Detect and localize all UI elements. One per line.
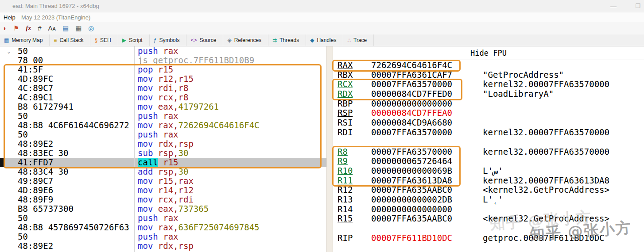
disasm-row[interactable]: 4D:89E6mov r14,r12 [0, 186, 326, 195]
bookmark-icon[interactable]: ⚑ [13, 24, 19, 33]
register-value: 00000000000002DB [371, 195, 483, 205]
disassembly-rows: ⌄50push rax78 00js getproc.7FF611BD10B94… [0, 46, 326, 251]
register-row[interactable]: R10000000000000069BL'س' [333, 166, 644, 176]
tab-handles[interactable]: ◆Handles [306, 34, 343, 46]
disasm-row[interactable]: 49:89C7mov r15,rax [0, 176, 326, 186]
register-row[interactable]: RIP00007FF611BD10DCgetproc.00007FF611BD1… [333, 233, 644, 243]
register-row[interactable]: RBP0000000000000000 [333, 99, 644, 109]
memory-layout-icon[interactable]: ▤ [62, 24, 69, 33]
hide-fpu-button[interactable]: Hide FPU [333, 46, 644, 60]
register-row[interactable]: R800007FFA63570000kernel32.00007FFA63570… [333, 147, 644, 157]
register-row[interactable]: RDI00007FFA63570000kernel32.00007FFA6357… [333, 128, 644, 137]
tab-call-stack[interactable]: ≡Call Stack [50, 34, 90, 46]
disasm-gutter [0, 186, 18, 195]
tab-threads[interactable]: ⇉Threads [268, 34, 306, 46]
disasm-bytes: B8 65737300 [18, 204, 134, 214]
disasm-row[interactable]: 48:89E2mov rdx,rsp [0, 241, 326, 251]
register-row[interactable]: RAX7262694C64616F4C [333, 61, 644, 70]
register-row[interactable]: RBX00007FFA6361CAF7"GetProcAddress" [333, 70, 644, 80]
disasm-bytes: 4D:89E6 [18, 186, 134, 195]
disasm-row[interactable]: 4D:89FCmov r12,r15 [0, 74, 326, 84]
disasm-row[interactable]: 50push rax [0, 232, 326, 241]
instr-token: 7262694C64616F4C [178, 121, 260, 130]
disasm-row[interactable]: 78 00js getproc.7FF611BD10B9 [0, 56, 326, 65]
tab-label: Source [199, 37, 216, 43]
disasm-row[interactable]: 48:83C4 30add rsp,30 [0, 167, 326, 176]
source-icon: <> [190, 37, 197, 43]
hash-icon[interactable]: # [38, 24, 41, 33]
register-value: 00007FFA6361CAF7 [371, 70, 483, 80]
disasm-row[interactable]: 48:83EC 30sub rsp,30 [0, 149, 326, 158]
disasm-row[interactable]: 48:89E2mov rdx,rsp [0, 139, 326, 149]
disasm-gutter [0, 149, 18, 158]
disasm-row[interactable]: 41:5Fpop r15 [0, 65, 326, 74]
disasm-instruction: push rax [134, 130, 326, 139]
register-comment: kernel32.00007FFA63570000 [483, 80, 644, 89]
register-row[interactable]: R90000000065726464 [333, 157, 644, 166]
disasm-row[interactable]: ⌄50push rax [0, 46, 326, 56]
disasm-bytes: 4C:89C7 [18, 84, 134, 93]
register-comment [483, 205, 644, 214]
disasm-instruction: add rsp,30 [134, 167, 326, 176]
register-name: RSI [338, 118, 371, 128]
tab-trace[interactable]: ∴Trace [343, 34, 374, 46]
instr-token: rax, [153, 223, 178, 232]
instr-token: mov [138, 84, 153, 93]
instr-token: mov [138, 102, 153, 111]
disasm-row[interactable]: B8 65737300mov eax,737365 [0, 204, 326, 214]
register-row[interactable]: R1500007FFA635AABC0<kernel32.GetProcAddr… [333, 214, 644, 224]
disasm-bytes: 50 [18, 232, 134, 241]
instr-token: push [138, 214, 158, 223]
register-row[interactable]: R1300000000000002DBL'˛' [333, 195, 644, 205]
disasm-bytes: 50 [18, 111, 134, 121]
disasm-row[interactable]: 4C:89C1mov rcx,r8 [0, 93, 326, 102]
disasm-instruction: mov r14,r12 [134, 186, 326, 195]
disasm-row[interactable]: 48:B8 4C6F61644C696272mov rax,7262694C64… [0, 121, 326, 130]
register-row[interactable]: RCX00007FFA63570000kernel32.00007FFA6357… [333, 80, 644, 89]
disasm-row[interactable]: 48:89F9mov rcx,rdi [0, 195, 326, 204]
disasm-bytes: 48:89E2 [18, 241, 134, 251]
disasm-row[interactable]: 50push rax [0, 214, 326, 223]
disasm-row[interactable]: 48:B8 4578697450726F63mov rax,636F725074… [0, 223, 326, 232]
minimize-button[interactable]: — [606, 1, 621, 11]
register-row[interactable]: R1100007FFA63613DA8kernel32.00007FFA6361… [333, 176, 644, 186]
instr-token: rdi,r8 [153, 84, 188, 93]
register-row[interactable]: RSP00000084CD7FFEA0 [333, 108, 644, 118]
disasm-bytes: 48:83EC 30 [18, 149, 134, 158]
tab-memory-map[interactable]: ▦Memory Map [0, 34, 50, 46]
disasm-bytes: B8 61727941 [18, 102, 134, 111]
tab-script[interactable]: ▶Script [118, 34, 150, 46]
disasm-row[interactable]: 4C:89C7mov rdi,r8 [0, 84, 326, 93]
disasm-gutter [0, 102, 18, 111]
disasm-row[interactable]: 50push rax [0, 130, 326, 139]
tab-source[interactable]: <>Source [186, 34, 223, 46]
search-icon[interactable]: ◎ [88, 24, 94, 33]
register-comment [483, 118, 644, 128]
register-row[interactable]: R140000000000000000 [333, 205, 644, 214]
disasm-bytes: 48:89E2 [18, 139, 134, 149]
font-size-icon[interactable]: Aᴀ [48, 24, 56, 33]
tab-seh[interactable]: §SEH [90, 34, 118, 46]
menu-item-help[interactable]: Help [4, 14, 16, 21]
tab-references[interactable]: ◈References [223, 34, 268, 46]
instr-token: eax, [153, 204, 178, 214]
window-title: ead: Main Thread 16972 - x64dbg [12, 3, 99, 9]
register-row[interactable]: R1200007FFA635AABC0<kernel32.GetProcAddr… [333, 185, 644, 195]
disassembly-scrollbar[interactable] [326, 46, 333, 252]
disasm-gutter [0, 214, 18, 223]
fx-icon[interactable]: fx [26, 24, 31, 33]
breakpoint-icon[interactable]: ◗ [3, 24, 7, 33]
register-comment: getproc.00007FF611BD10DC [483, 233, 644, 243]
maximize-button[interactable]: ❐ [632, 1, 643, 11]
tab-symbols[interactable]: ƒSymbols [150, 34, 187, 46]
table-icon[interactable]: ▦ [75, 24, 81, 33]
register-row[interactable]: RDX00000084CD7FFED0"LoadLibraryA" [333, 89, 644, 99]
disasm-instruction: mov r12,r15 [134, 74, 326, 84]
disasm-row[interactable]: 50push rax [0, 111, 326, 121]
disasm-row[interactable]: 41:FFD7call r15 [0, 158, 326, 167]
register-row[interactable]: RSI00000084CD9A6680 [333, 118, 644, 128]
symbols-icon: ƒ [154, 37, 157, 43]
register-comment: L'˛' [483, 195, 644, 205]
disasm-row[interactable]: B8 61727941mov eax,41797261 [0, 102, 326, 111]
toolbar: ◗⚑fx#Aᴀ▤▦◎ [0, 22, 644, 34]
